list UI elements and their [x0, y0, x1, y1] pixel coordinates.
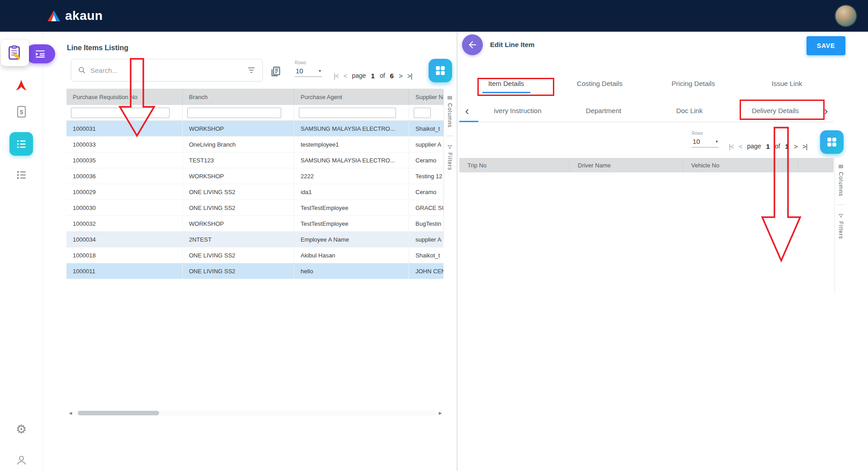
- scrollbar-track[interactable]: [74, 410, 437, 416]
- scroll-left-button[interactable]: ◀: [68, 411, 73, 415]
- filter-input-branch[interactable]: [187, 108, 281, 118]
- page-number: 1: [766, 143, 770, 150]
- main-tabs: Item Details Costing Details Pricing Det…: [459, 72, 834, 94]
- tab-pricing-details[interactable]: Pricing Details: [646, 72, 740, 94]
- subtabs-scroll-left-icon[interactable]: ‹: [459, 105, 475, 117]
- column-header-driver-name[interactable]: Driver Name: [570, 158, 683, 172]
- rows-select[interactable]: 10 ▾: [295, 67, 322, 77]
- filters-rail-label: Filters: [838, 221, 844, 239]
- filter-sort-icon[interactable]: [247, 66, 256, 75]
- columns-rail-label: Columns: [838, 172, 844, 196]
- tab-costing-details[interactable]: Costing Details: [553, 72, 646, 94]
- rows-value: 10: [693, 138, 700, 145]
- table-filter-row: [66, 105, 443, 121]
- table-side-rail: Columns Filters: [835, 158, 846, 294]
- column-header-purchase-agent[interactable]: Purchase Agent: [294, 89, 409, 105]
- table-row[interactable]: 1000035 TEST123 SAMSUNG MALAYSIA ELECTRO…: [66, 152, 443, 168]
- scrollbar-thumb[interactable]: [78, 411, 159, 415]
- table-row[interactable]: 1000030 ONE LIVING SS2 TestTestEmployee …: [66, 200, 443, 216]
- acrobat-icon: [14, 78, 28, 93]
- back-arrow-icon: [467, 39, 478, 50]
- page-number: 1: [371, 72, 375, 80]
- rows-per-page: Rows 10 ▾: [295, 60, 326, 77]
- next-page-button[interactable]: >: [794, 143, 797, 150]
- filters-toggle[interactable]: Filters: [447, 144, 453, 171]
- table-row[interactable]: 1000018 ONE LIVING SS2 Akibul Hasan Shai…: [66, 247, 443, 263]
- tab-department[interactable]: Department: [561, 107, 646, 114]
- filter-input-requisition-no[interactable]: [71, 108, 170, 118]
- of-word: of: [380, 72, 385, 79]
- rows-select[interactable]: 10 ▾: [692, 137, 719, 147]
- column-header-branch[interactable]: Branch: [183, 89, 294, 105]
- empty-table-body: [459, 172, 834, 290]
- rows-label: Rows: [692, 131, 723, 136]
- akaun-brand[interactable]: akaun: [47, 9, 103, 23]
- column-header-purchase-requisition-no[interactable]: Purchase Requisition No: [66, 89, 183, 105]
- apps-grid-button[interactable]: [820, 130, 844, 154]
- table-row[interactable]: 1000029 ONE LIVING SS2 ida1 Ceramo: [66, 184, 443, 200]
- page-total: 6: [390, 72, 394, 80]
- first-page-button[interactable]: |<: [334, 72, 339, 80]
- column-header-supplier[interactable]: Supplier Name: [409, 89, 443, 105]
- sub-tabs: ‹ ivery Instruction Department Doc Link …: [459, 100, 834, 122]
- sidebar-expand-button[interactable]: [25, 44, 55, 63]
- table-row[interactable]: 1000033 OneLiving Branch testemployee1 s…: [66, 137, 443, 152]
- user-avatar[interactable]: [835, 5, 856, 26]
- panel-divider: [457, 32, 458, 471]
- filters-toggle[interactable]: Filters: [838, 213, 844, 239]
- of-word: of: [775, 143, 780, 150]
- scroll-right-button[interactable]: ▶: [438, 411, 443, 415]
- person-outline-icon: [15, 454, 28, 467]
- table-row[interactable]: 1000031 WORKSHOP SAMSUNG MALAYSIA ELECTR…: [66, 121, 443, 137]
- sidebar-item-pdf[interactable]: [14, 78, 29, 93]
- sidebar-item-line-items[interactable]: [9, 132, 33, 156]
- copy-list-icon: [269, 66, 282, 78]
- columns-toggle[interactable]: Columns: [447, 95, 453, 128]
- detail-list-icon: [15, 169, 28, 181]
- last-page-button[interactable]: >|: [802, 143, 807, 150]
- brand-text: akaun: [65, 9, 103, 23]
- edit-panel-title: Edit Line Item: [490, 41, 534, 48]
- profile-person-icon[interactable]: [15, 453, 28, 467]
- tab-delivery-details[interactable]: Delivery Details: [732, 107, 818, 114]
- sidebar-item-workspace[interactable]: [1, 40, 29, 66]
- columns-icon: [447, 95, 453, 100]
- sidebar-item-billing[interactable]: $: [15, 105, 28, 119]
- search-input[interactable]: [90, 67, 242, 74]
- last-page-button[interactable]: >|: [407, 72, 412, 80]
- svg-text:$: $: [19, 109, 23, 115]
- tab-delivery-instruction[interactable]: ivery Instruction: [475, 107, 561, 114]
- rail-divider: [446, 136, 453, 136]
- settings-gear-icon[interactable]: ⚙: [14, 423, 28, 436]
- sidebar-item-listing[interactable]: [15, 168, 28, 181]
- left-sidebar: [0, 32, 43, 471]
- top-navbar: akaun: [0, 0, 868, 32]
- first-page-button[interactable]: |<: [729, 143, 734, 150]
- next-page-button[interactable]: >: [399, 72, 402, 80]
- tab-item-details[interactable]: Item Details: [459, 72, 553, 94]
- subtabs-scroll-right-icon[interactable]: ›: [818, 105, 834, 117]
- pagination: |< < page 1 of 1 > >|: [729, 140, 807, 152]
- active-subtab-indicator: [459, 121, 478, 122]
- search-icon: [78, 66, 86, 74]
- apps-grid-button[interactable]: [429, 59, 452, 82]
- table-row[interactable]: 1000032 WORKSHOP TestTestEmployee BugTes…: [66, 216, 443, 232]
- columns-toggle[interactable]: Columns: [838, 164, 844, 196]
- table-row[interactable]: 1000011 ONE LIVING SS2 hello JOHN CEN: [66, 263, 443, 279]
- prev-page-button[interactable]: <: [344, 72, 347, 80]
- table-row[interactable]: 1000034 2NTEST Employee A Name supplier …: [66, 232, 443, 247]
- filters-rail-label: Filters: [447, 152, 453, 171]
- billing-document-icon: $: [15, 105, 28, 119]
- page-title: Line Items Listing: [67, 44, 128, 52]
- filter-input-purchase-agent[interactable]: [299, 108, 396, 118]
- prev-page-button[interactable]: <: [739, 143, 742, 150]
- save-button[interactable]: SAVE: [807, 36, 845, 55]
- tab-issue-link[interactable]: Issue Link: [740, 72, 834, 94]
- table-row[interactable]: 1000036 WORKSHOP 2222 Testing 12: [66, 168, 443, 184]
- filter-input-supplier[interactable]: [414, 108, 431, 118]
- column-header-trip-no[interactable]: Trip No: [459, 158, 570, 172]
- tab-doc-link[interactable]: Doc Link: [646, 107, 732, 114]
- duplicate-list-button[interactable]: [269, 66, 282, 80]
- back-button[interactable]: [462, 34, 483, 55]
- column-header-vehicle-no[interactable]: Vehicle No: [683, 158, 798, 172]
